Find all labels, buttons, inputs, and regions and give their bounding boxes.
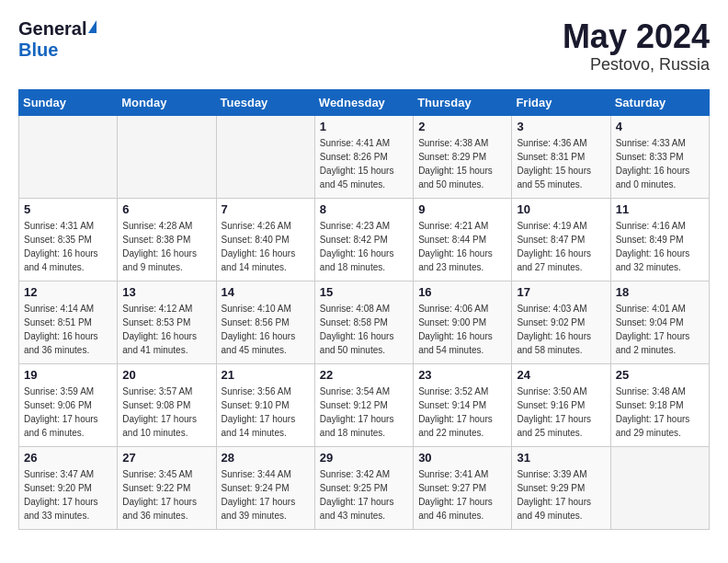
day-info: Sunrise: 3:47 AMSunset: 9:20 PMDaylight:…: [24, 467, 112, 523]
col-header-saturday: Saturday: [610, 89, 709, 115]
day-info: Sunrise: 4:41 AMSunset: 8:26 PMDaylight:…: [320, 136, 408, 191]
day-number: 25: [616, 368, 704, 382]
calendar-cell: 26Sunrise: 3:47 AMSunset: 9:20 PMDayligh…: [19, 446, 118, 529]
calendar-cell: 12Sunrise: 4:14 AMSunset: 8:51 PMDayligh…: [19, 281, 118, 363]
day-info: Sunrise: 4:36 AMSunset: 8:31 PMDaylight:…: [517, 136, 605, 191]
day-info: Sunrise: 4:01 AMSunset: 9:04 PMDaylight:…: [616, 302, 704, 357]
day-number: 10: [517, 202, 605, 216]
calendar-table: SundayMondayTuesdayWednesdayThursdayFrid…: [18, 89, 710, 530]
day-number: 29: [320, 451, 408, 465]
calendar-cell: 16Sunrise: 4:06 AMSunset: 9:00 PMDayligh…: [414, 281, 512, 363]
calendar-week-row: 12Sunrise: 4:14 AMSunset: 8:51 PMDayligh…: [19, 281, 710, 363]
day-number: 30: [418, 451, 506, 465]
col-header-wednesday: Wednesday: [314, 89, 413, 115]
calendar-cell: 29Sunrise: 3:42 AMSunset: 9:25 PMDayligh…: [314, 446, 413, 529]
day-number: 23: [418, 368, 506, 382]
calendar-cell: 27Sunrise: 3:45 AMSunset: 9:22 PMDayligh…: [118, 446, 216, 529]
day-number: 1: [320, 120, 408, 133]
day-number: 26: [24, 451, 112, 465]
day-info: Sunrise: 4:38 AMSunset: 8:29 PMDaylight:…: [418, 136, 506, 191]
day-number: 28: [222, 451, 310, 465]
day-info: Sunrise: 4:26 AMSunset: 8:40 PMDaylight:…: [222, 219, 310, 274]
calendar-cell: 28Sunrise: 3:44 AMSunset: 9:24 PMDayligh…: [216, 446, 314, 529]
day-info: Sunrise: 4:12 AMSunset: 8:53 PMDaylight:…: [122, 302, 210, 357]
day-info: Sunrise: 3:44 AMSunset: 9:24 PMDaylight:…: [222, 467, 310, 523]
day-info: Sunrise: 3:59 AMSunset: 9:06 PMDaylight:…: [24, 385, 112, 440]
logo-triangle-icon: [88, 20, 97, 33]
calendar-cell: 13Sunrise: 4:12 AMSunset: 8:53 PMDayligh…: [118, 281, 216, 363]
day-info: Sunrise: 4:21 AMSunset: 8:44 PMDaylight:…: [418, 219, 506, 274]
day-info: Sunrise: 3:56 AMSunset: 9:10 PMDaylight:…: [222, 385, 310, 440]
day-number: 6: [122, 202, 210, 216]
calendar-header-row: SundayMondayTuesdayWednesdayThursdayFrid…: [19, 89, 710, 115]
page-header: General Blue May 2024 Pestovo, Russia: [18, 18, 710, 75]
calendar-cell: 2Sunrise: 4:38 AMSunset: 8:29 PMDaylight…: [414, 115, 512, 198]
day-info: Sunrise: 4:28 AMSunset: 8:38 PMDaylight:…: [122, 219, 210, 274]
day-info: Sunrise: 4:14 AMSunset: 8:51 PMDaylight:…: [24, 302, 112, 357]
day-number: 5: [24, 202, 112, 216]
day-number: 8: [320, 202, 408, 216]
calendar-cell: 25Sunrise: 3:48 AMSunset: 9:18 PMDayligh…: [610, 363, 709, 446]
day-number: 3: [517, 120, 605, 133]
calendar-cell: 5Sunrise: 4:31 AMSunset: 8:35 PMDaylight…: [19, 198, 118, 281]
day-info: Sunrise: 3:39 AMSunset: 9:29 PMDaylight:…: [517, 467, 605, 523]
calendar-cell: 23Sunrise: 3:52 AMSunset: 9:14 PMDayligh…: [414, 363, 512, 446]
day-number: 20: [122, 368, 210, 382]
col-header-monday: Monday: [118, 89, 216, 115]
day-number: 21: [222, 368, 310, 382]
calendar-cell: 18Sunrise: 4:01 AMSunset: 9:04 PMDayligh…: [610, 281, 709, 363]
day-number: 24: [517, 368, 605, 382]
day-info: Sunrise: 4:31 AMSunset: 8:35 PMDaylight:…: [24, 219, 112, 274]
logo-general-text: General: [18, 18, 86, 40]
calendar-week-row: 26Sunrise: 3:47 AMSunset: 9:20 PMDayligh…: [19, 446, 710, 529]
calendar-cell: [610, 446, 709, 529]
day-info: Sunrise: 4:16 AMSunset: 8:49 PMDaylight:…: [616, 219, 704, 274]
calendar-title: May 2024 Pestovo, Russia: [563, 18, 710, 75]
day-number: 2: [418, 120, 506, 133]
month-year: May 2024: [563, 18, 710, 55]
calendar-cell: 24Sunrise: 3:50 AMSunset: 9:16 PMDayligh…: [512, 363, 610, 446]
calendar-cell: 10Sunrise: 4:19 AMSunset: 8:47 PMDayligh…: [512, 198, 610, 281]
col-header-sunday: Sunday: [19, 89, 118, 115]
day-info: Sunrise: 3:42 AMSunset: 9:25 PMDaylight:…: [320, 467, 408, 523]
col-header-friday: Friday: [512, 89, 610, 115]
calendar-cell: [216, 115, 314, 198]
calendar-cell: 14Sunrise: 4:10 AMSunset: 8:56 PMDayligh…: [216, 281, 314, 363]
day-info: Sunrise: 3:52 AMSunset: 9:14 PMDaylight:…: [418, 385, 506, 440]
calendar-cell: 22Sunrise: 3:54 AMSunset: 9:12 PMDayligh…: [314, 363, 413, 446]
day-number: 16: [418, 285, 506, 299]
col-header-thursday: Thursday: [414, 89, 512, 115]
day-info: Sunrise: 4:33 AMSunset: 8:33 PMDaylight:…: [616, 136, 704, 191]
day-info: Sunrise: 4:06 AMSunset: 9:00 PMDaylight:…: [418, 302, 506, 357]
day-number: 31: [517, 451, 605, 465]
day-number: 19: [24, 368, 112, 382]
day-info: Sunrise: 4:10 AMSunset: 8:56 PMDaylight:…: [222, 302, 310, 357]
location: Pestovo, Russia: [563, 55, 710, 75]
day-number: 7: [222, 202, 310, 216]
day-number: 13: [122, 285, 210, 299]
calendar-cell: 30Sunrise: 3:41 AMSunset: 9:27 PMDayligh…: [414, 446, 512, 529]
day-info: Sunrise: 3:54 AMSunset: 9:12 PMDaylight:…: [320, 385, 408, 440]
calendar-cell: [118, 115, 216, 198]
calendar-cell: 7Sunrise: 4:26 AMSunset: 8:40 PMDaylight…: [216, 198, 314, 281]
day-number: 18: [616, 285, 704, 299]
day-info: Sunrise: 3:48 AMSunset: 9:18 PMDaylight:…: [616, 385, 704, 440]
calendar-cell: 11Sunrise: 4:16 AMSunset: 8:49 PMDayligh…: [610, 198, 709, 281]
day-info: Sunrise: 3:41 AMSunset: 9:27 PMDaylight:…: [418, 467, 506, 523]
day-info: Sunrise: 3:50 AMSunset: 9:16 PMDaylight:…: [517, 385, 605, 440]
day-number: 9: [418, 202, 506, 216]
calendar-cell: [19, 115, 118, 198]
calendar-cell: 21Sunrise: 3:56 AMSunset: 9:10 PMDayligh…: [216, 363, 314, 446]
day-info: Sunrise: 4:23 AMSunset: 8:42 PMDaylight:…: [320, 219, 408, 274]
calendar-cell: 6Sunrise: 4:28 AMSunset: 8:38 PMDaylight…: [118, 198, 216, 281]
day-number: 11: [616, 202, 704, 216]
day-number: 14: [222, 285, 310, 299]
calendar-week-row: 19Sunrise: 3:59 AMSunset: 9:06 PMDayligh…: [19, 363, 710, 446]
logo-blue-text: Blue: [18, 40, 58, 60]
calendar-cell: 15Sunrise: 4:08 AMSunset: 8:58 PMDayligh…: [314, 281, 413, 363]
day-number: 12: [24, 285, 112, 299]
calendar-cell: 8Sunrise: 4:23 AMSunset: 8:42 PMDaylight…: [314, 198, 413, 281]
col-header-tuesday: Tuesday: [216, 89, 314, 115]
calendar-cell: 17Sunrise: 4:03 AMSunset: 9:02 PMDayligh…: [512, 281, 610, 363]
day-info: Sunrise: 4:03 AMSunset: 9:02 PMDaylight:…: [517, 302, 605, 357]
